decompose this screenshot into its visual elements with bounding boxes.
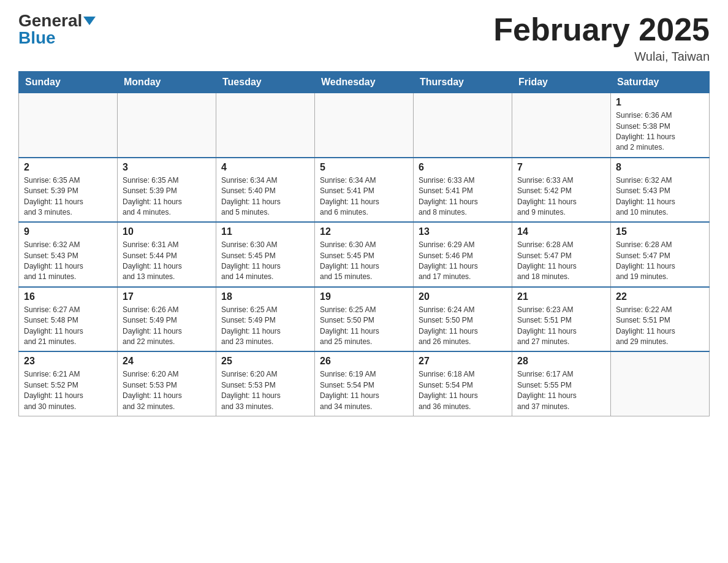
calendar-week-1: 1Sunrise: 6:36 AM Sunset: 5:38 PM Daylig… — [19, 93, 710, 158]
day-number: 12 — [320, 226, 408, 237]
day-number: 2 — [24, 162, 112, 173]
calendar-cell: 9Sunrise: 6:32 AM Sunset: 5:43 PM Daylig… — [19, 222, 118, 287]
day-info: Sunrise: 6:34 AM Sunset: 5:40 PM Dayligh… — [221, 175, 309, 218]
day-info: Sunrise: 6:31 AM Sunset: 5:44 PM Dayligh… — [123, 240, 211, 283]
calendar-week-5: 23Sunrise: 6:21 AM Sunset: 5:52 PM Dayli… — [19, 351, 710, 416]
day-info: Sunrise: 6:18 AM Sunset: 5:54 PM Dayligh… — [419, 369, 507, 412]
calendar-cell: 11Sunrise: 6:30 AM Sunset: 5:45 PM Dayli… — [216, 222, 315, 287]
day-number: 8 — [616, 162, 704, 173]
calendar-cell: 14Sunrise: 6:28 AM Sunset: 5:47 PM Dayli… — [512, 222, 611, 287]
calendar-cell — [611, 351, 710, 416]
day-number: 6 — [419, 162, 507, 173]
header-thursday: Thursday — [414, 72, 512, 93]
day-info: Sunrise: 6:25 AM Sunset: 5:49 PM Dayligh… — [221, 305, 309, 348]
calendar-table: SundayMondayTuesdayWednesdayThursdayFrid… — [18, 71, 710, 416]
day-number: 27 — [419, 356, 507, 367]
header-tuesday: Tuesday — [216, 72, 315, 93]
day-info: Sunrise: 6:32 AM Sunset: 5:43 PM Dayligh… — [616, 175, 704, 218]
day-info: Sunrise: 6:25 AM Sunset: 5:50 PM Dayligh… — [320, 305, 408, 348]
header-monday: Monday — [118, 72, 216, 93]
day-info: Sunrise: 6:24 AM Sunset: 5:50 PM Dayligh… — [419, 305, 507, 348]
calendar-cell — [19, 93, 118, 158]
page-header: General Blue February 2025 Wulai, Taiwan — [18, 12, 710, 64]
day-number: 23 — [24, 356, 112, 367]
day-number: 16 — [24, 291, 112, 302]
day-info: Sunrise: 6:19 AM Sunset: 5:54 PM Dayligh… — [320, 369, 408, 412]
calendar-cell: 26Sunrise: 6:19 AM Sunset: 5:54 PM Dayli… — [315, 351, 414, 416]
day-number: 17 — [123, 291, 211, 302]
calendar-cell: 2Sunrise: 6:35 AM Sunset: 5:39 PM Daylig… — [19, 158, 118, 223]
header-row: SundayMondayTuesdayWednesdayThursdayFrid… — [19, 72, 710, 93]
day-number: 13 — [419, 226, 507, 237]
calendar-cell: 27Sunrise: 6:18 AM Sunset: 5:54 PM Dayli… — [414, 351, 512, 416]
day-number: 11 — [221, 226, 309, 237]
calendar-cell: 1Sunrise: 6:36 AM Sunset: 5:38 PM Daylig… — [611, 93, 710, 158]
calendar-cell: 17Sunrise: 6:26 AM Sunset: 5:49 PM Dayli… — [118, 287, 216, 352]
header-sunday: Sunday — [19, 72, 118, 93]
calendar-cell: 10Sunrise: 6:31 AM Sunset: 5:44 PM Dayli… — [118, 222, 216, 287]
calendar-cell: 3Sunrise: 6:35 AM Sunset: 5:39 PM Daylig… — [118, 158, 216, 223]
day-number: 19 — [320, 291, 408, 302]
location-text: Wulai, Taiwan — [493, 50, 710, 64]
calendar-cell: 23Sunrise: 6:21 AM Sunset: 5:52 PM Dayli… — [19, 351, 118, 416]
calendar-cell: 21Sunrise: 6:23 AM Sunset: 5:51 PM Dayli… — [512, 287, 611, 352]
day-info: Sunrise: 6:26 AM Sunset: 5:49 PM Dayligh… — [123, 305, 211, 348]
title-block: February 2025 Wulai, Taiwan — [493, 12, 710, 64]
calendar-cell: 25Sunrise: 6:20 AM Sunset: 5:53 PM Dayli… — [216, 351, 315, 416]
calendar-cell: 19Sunrise: 6:25 AM Sunset: 5:50 PM Dayli… — [315, 287, 414, 352]
day-number: 18 — [221, 291, 309, 302]
day-info: Sunrise: 6:29 AM Sunset: 5:46 PM Dayligh… — [419, 240, 507, 283]
day-number: 1 — [616, 97, 704, 108]
calendar-week-2: 2Sunrise: 6:35 AM Sunset: 5:39 PM Daylig… — [19, 158, 710, 223]
calendar-cell: 22Sunrise: 6:22 AM Sunset: 5:51 PM Dayli… — [611, 287, 710, 352]
day-info: Sunrise: 6:32 AM Sunset: 5:43 PM Dayligh… — [24, 240, 112, 283]
day-info: Sunrise: 6:28 AM Sunset: 5:47 PM Dayligh… — [616, 240, 704, 283]
day-number: 3 — [123, 162, 211, 173]
day-info: Sunrise: 6:30 AM Sunset: 5:45 PM Dayligh… — [320, 240, 408, 283]
logo: General Blue — [18, 12, 96, 47]
calendar-cell — [216, 93, 315, 158]
calendar-body: 1Sunrise: 6:36 AM Sunset: 5:38 PM Daylig… — [19, 93, 710, 416]
day-number: 9 — [24, 226, 112, 237]
calendar-cell: 15Sunrise: 6:28 AM Sunset: 5:47 PM Dayli… — [611, 222, 710, 287]
day-number: 25 — [221, 356, 309, 367]
day-number: 5 — [320, 162, 408, 173]
day-number: 14 — [517, 226, 605, 237]
day-info: Sunrise: 6:17 AM Sunset: 5:55 PM Dayligh… — [517, 369, 605, 412]
day-info: Sunrise: 6:34 AM Sunset: 5:41 PM Dayligh… — [320, 175, 408, 218]
calendar-cell: 4Sunrise: 6:34 AM Sunset: 5:40 PM Daylig… — [216, 158, 315, 223]
month-title: February 2025 — [493, 12, 710, 47]
day-number: 10 — [123, 226, 211, 237]
day-info: Sunrise: 6:22 AM Sunset: 5:51 PM Dayligh… — [616, 305, 704, 348]
day-info: Sunrise: 6:36 AM Sunset: 5:38 PM Dayligh… — [616, 110, 704, 153]
day-number: 28 — [517, 356, 605, 367]
day-number: 4 — [221, 162, 309, 173]
header-saturday: Saturday — [611, 72, 710, 93]
day-info: Sunrise: 6:27 AM Sunset: 5:48 PM Dayligh… — [24, 305, 112, 348]
logo-blue-text: Blue — [18, 29, 56, 47]
day-info: Sunrise: 6:35 AM Sunset: 5:39 PM Dayligh… — [123, 175, 211, 218]
calendar-cell — [512, 93, 611, 158]
calendar-cell: 18Sunrise: 6:25 AM Sunset: 5:49 PM Dayli… — [216, 287, 315, 352]
calendar-header: SundayMondayTuesdayWednesdayThursdayFrid… — [19, 72, 710, 93]
day-info: Sunrise: 6:35 AM Sunset: 5:39 PM Dayligh… — [24, 175, 112, 218]
calendar-cell: 5Sunrise: 6:34 AM Sunset: 5:41 PM Daylig… — [315, 158, 414, 223]
day-info: Sunrise: 6:28 AM Sunset: 5:47 PM Dayligh… — [517, 240, 605, 283]
calendar-cell: 20Sunrise: 6:24 AM Sunset: 5:50 PM Dayli… — [414, 287, 512, 352]
day-info: Sunrise: 6:21 AM Sunset: 5:52 PM Dayligh… — [24, 369, 112, 412]
header-friday: Friday — [512, 72, 611, 93]
day-info: Sunrise: 6:20 AM Sunset: 5:53 PM Dayligh… — [221, 369, 309, 412]
day-number: 24 — [123, 356, 211, 367]
calendar-cell — [315, 93, 414, 158]
day-number: 7 — [517, 162, 605, 173]
calendar-cell: 24Sunrise: 6:20 AM Sunset: 5:53 PM Dayli… — [118, 351, 216, 416]
calendar-cell: 13Sunrise: 6:29 AM Sunset: 5:46 PM Dayli… — [414, 222, 512, 287]
day-number: 20 — [419, 291, 507, 302]
day-number: 21 — [517, 291, 605, 302]
calendar-cell: 7Sunrise: 6:33 AM Sunset: 5:42 PM Daylig… — [512, 158, 611, 223]
calendar-cell: 12Sunrise: 6:30 AM Sunset: 5:45 PM Dayli… — [315, 222, 414, 287]
logo-general-text: General — [18, 12, 82, 29]
calendar-cell: 16Sunrise: 6:27 AM Sunset: 5:48 PM Dayli… — [19, 287, 118, 352]
day-info: Sunrise: 6:33 AM Sunset: 5:42 PM Dayligh… — [517, 175, 605, 218]
calendar-cell: 8Sunrise: 6:32 AM Sunset: 5:43 PM Daylig… — [611, 158, 710, 223]
